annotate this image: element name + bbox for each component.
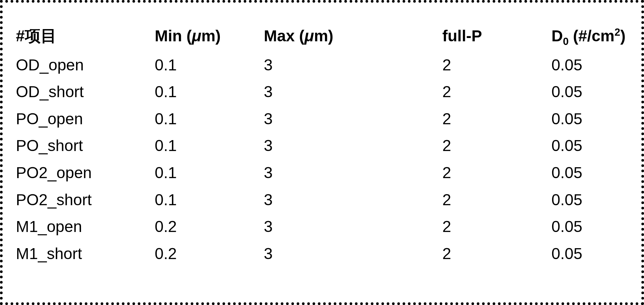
cell-item: PO_open [16,105,155,133]
defect-parameters-table: #项目 Min (μm) Max (μm) full-P D0 (#/cm2) … [16,22,625,267]
cell-d0: 0.05 [551,132,625,159]
cell-min: 0.2 [155,240,264,267]
header-min-m: m) [201,27,221,45]
col-header-min: Min (μm) [155,22,264,52]
cell-max: 3 [264,186,442,213]
cell-item: OD_short [16,78,155,105]
table-row: OD_open 0.1 3 2 0.05 [16,52,625,79]
cell-min: 0.1 [155,132,264,159]
cell-fullp: 2 [442,186,551,213]
cell-min: 0.1 [155,186,264,213]
header-fullp: full-P [442,27,482,45]
cell-fullp: 2 [442,78,551,105]
cell-max: 3 [264,213,442,240]
col-header-fullp: full-P [442,22,551,52]
cell-d0: 0.05 [551,186,625,213]
table-row: PO2_short 0.1 3 2 0.05 [16,186,625,213]
table-row: M1_open 0.2 3 2 0.05 [16,213,625,240]
cell-item: M1_open [16,213,155,240]
header-max-m: m) [314,27,334,45]
cell-fullp: 2 [442,52,551,79]
cell-d0: 0.05 [551,78,625,105]
table-row: PO_short 0.1 3 2 0.05 [16,132,625,159]
cell-item: PO2_short [16,186,155,213]
table-row: PO_open 0.1 3 2 0.05 [16,105,625,133]
cell-min: 0.1 [155,52,264,79]
header-d0-prefix: D [551,27,563,45]
cell-max: 3 [264,132,442,159]
header-min-mu: μ [192,27,201,45]
header-d0-sub: 0 [563,36,569,47]
cell-item: PO2_open [16,159,155,186]
cell-item: PO_short [16,132,155,159]
cell-max: 3 [264,52,442,79]
table-frame: #项目 Min (μm) Max (μm) full-P D0 (#/cm2) … [0,0,644,305]
cell-item: OD_open [16,52,155,79]
header-max-label: Max ( [264,27,304,45]
cell-min: 0.1 [155,159,264,186]
cell-d0: 0.05 [551,240,625,267]
header-d0-close: ) [620,27,625,45]
cell-item: M1_short [16,240,155,267]
header-item-label: 项目 [25,27,57,45]
cell-fullp: 2 [442,132,551,159]
cell-d0: 0.05 [551,159,625,186]
header-item-prefix: # [16,27,25,45]
cell-fullp: 2 [442,159,551,186]
cell-max: 3 [264,159,442,186]
table-body: OD_open 0.1 3 2 0.05 OD_short 0.1 3 2 0.… [16,52,625,267]
table-header-row: #项目 Min (μm) Max (μm) full-P D0 (#/cm2) [16,22,625,52]
col-header-item: #项目 [16,22,155,52]
table-row: M1_short 0.2 3 2 0.05 [16,240,625,267]
header-d0-sup: 2 [615,26,620,38]
cell-max: 3 [264,105,442,133]
col-header-d0: D0 (#/cm2) [551,22,625,52]
table-row: OD_short 0.1 3 2 0.05 [16,78,625,105]
cell-min: 0.1 [155,78,264,105]
header-min-label: Min ( [155,27,192,45]
header-max-mu: μ [304,27,314,45]
cell-max: 3 [264,240,442,267]
cell-d0: 0.05 [551,213,625,240]
cell-min: 0.1 [155,105,264,133]
cell-min: 0.2 [155,213,264,240]
cell-d0: 0.05 [551,52,625,79]
cell-max: 3 [264,78,442,105]
cell-fullp: 2 [442,105,551,133]
header-d0-open: (#/cm [569,27,615,45]
table-row: PO2_open 0.1 3 2 0.05 [16,159,625,186]
cell-d0: 0.05 [551,105,625,133]
cell-fullp: 2 [442,240,551,267]
cell-fullp: 2 [442,213,551,240]
col-header-max: Max (μm) [264,22,442,52]
